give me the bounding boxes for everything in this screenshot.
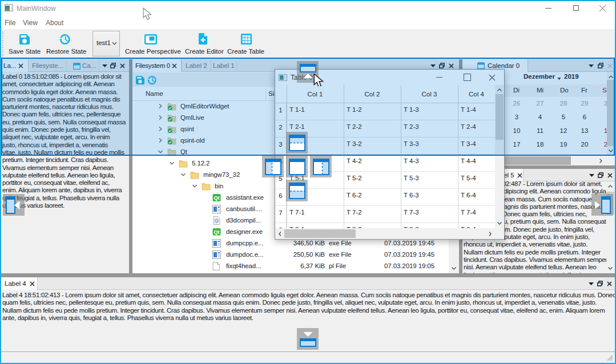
svg-text:Qt: Qt [214,229,220,235]
svg-text:Qt: Qt [214,195,220,201]
